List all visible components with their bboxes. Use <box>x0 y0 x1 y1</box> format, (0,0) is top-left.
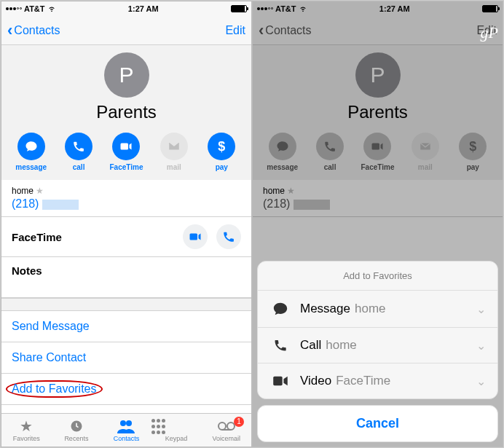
action-facetime-label: FaceTime <box>358 163 397 171</box>
action-pay-label: pay <box>202 163 241 171</box>
star-icon: ★ <box>36 186 44 196</box>
action-call[interactable]: call <box>59 133 98 171</box>
action-facetime: FaceTime <box>358 133 397 171</box>
svg-point-2 <box>126 420 132 426</box>
action-row: message call FaceTime mail $ pay <box>253 128 503 180</box>
signal-icon <box>257 7 273 10</box>
carrier-label: AT&T <box>24 4 45 13</box>
phone-icon <box>72 140 85 153</box>
tab-recents[interactable]: Recents <box>52 418 102 442</box>
action-call-label: call <box>310 163 350 171</box>
svg-point-1 <box>120 420 126 426</box>
back-label: Contacts <box>265 24 311 37</box>
avatar: P <box>104 52 149 98</box>
status-bar: AT&T 1:27 AM <box>253 1 503 16</box>
action-mail: mail <box>406 133 445 171</box>
svg-point-3 <box>218 423 226 430</box>
facetime-audio-button[interactable] <box>216 224 241 249</box>
action-call-label: call <box>59 163 98 171</box>
star-icon: ★ <box>287 186 295 196</box>
action-row: message call FaceTime mail $ pay <box>1 128 251 180</box>
message-icon <box>272 301 288 317</box>
sheet-row-message[interactable]: Message home ⌄ <box>258 291 497 328</box>
dollar-icon: $ <box>469 139 476 154</box>
clock-icon <box>69 419 84 433</box>
svg-point-4 <box>227 423 235 430</box>
carrier-label: AT&T <box>275 4 296 13</box>
dollar-icon: $ <box>218 139 225 154</box>
back-button: ‹ Contacts <box>259 23 311 39</box>
contact-name: Parents <box>253 102 503 122</box>
action-mail-label: mail <box>406 163 445 171</box>
sheet-row-call[interactable]: Call home ⌄ <box>258 328 497 363</box>
video-icon <box>272 375 288 387</box>
edit-button[interactable]: Edit <box>225 24 245 37</box>
message-icon <box>25 140 38 153</box>
action-pay-label: pay <box>453 163 492 171</box>
phone-cell[interactable]: home ★ (218) <box>1 180 251 217</box>
contact-header: P Parents <box>253 45 503 128</box>
sheet-row-name: Call <box>300 338 321 353</box>
back-button[interactable]: ‹ Contacts <box>7 23 60 39</box>
action-facetime[interactable]: FaceTime <box>106 133 146 171</box>
facetime-cell: FaceTime <box>1 217 251 257</box>
mail-icon <box>419 140 432 153</box>
action-pay: $ pay <box>453 133 492 171</box>
share-contact-link[interactable]: Share Contact <box>1 342 251 374</box>
voicemail-badge: 1 <box>234 417 244 427</box>
add-to-favorites-link[interactable]: Add to Favorites <box>1 374 251 405</box>
battery-icon <box>482 5 498 12</box>
notes-cell[interactable]: Notes <box>1 257 251 298</box>
phone-number: (218) <box>263 197 290 210</box>
action-message-label: message <box>263 163 302 171</box>
action-pay[interactable]: $ pay <box>202 133 241 171</box>
clock-label: 1:27 AM <box>379 4 410 13</box>
action-message: message <box>263 133 302 171</box>
contact-name: Parents <box>1 102 251 122</box>
sheet-row-detail: home <box>326 338 476 353</box>
section-gap <box>1 298 251 311</box>
action-mail-label: mail <box>154 163 194 171</box>
facetime-label: FaceTime <box>12 231 62 243</box>
signal-icon <box>6 7 22 10</box>
phone-number: (218) <box>12 197 39 210</box>
tab-voicemail[interactable]: Voicemail 1 <box>201 418 251 442</box>
tab-keypad[interactable]: Keypad <box>151 418 202 442</box>
chevron-down-icon: ⌄ <box>476 302 486 316</box>
facetime-video-button[interactable] <box>183 224 208 249</box>
video-icon <box>371 140 384 153</box>
tab-bar: ★ Favorites Recents Contacts Keypad Voic… <box>1 413 251 447</box>
action-message[interactable]: message <box>12 133 51 171</box>
chevron-left-icon: ‹ <box>259 23 264 39</box>
star-icon: ★ <box>1 418 52 434</box>
sheet-title: Add to Favorites <box>258 262 497 291</box>
action-message-label: message <box>12 163 51 171</box>
tab-recents-label: Recents <box>52 435 102 442</box>
sheet-row-detail: home <box>355 302 476 316</box>
tab-favorites-label: Favorites <box>1 435 52 442</box>
nav-bar: ‹ Contacts Edit <box>253 16 503 45</box>
phone-label: home <box>263 186 285 196</box>
message-icon <box>276 140 289 153</box>
action-sheet: Add to Favorites Message home ⌄ Call hom… <box>253 256 503 447</box>
phone-icon <box>222 230 235 243</box>
tab-contacts[interactable]: Contacts <box>101 418 151 442</box>
share-my-location-link[interactable]: Share My Location <box>1 405 251 413</box>
sheet-row-video[interactable]: Video FaceTime ⌄ <box>258 363 497 398</box>
cancel-button[interactable]: Cancel <box>257 405 498 442</box>
clock-label: 1:27 AM <box>128 4 159 13</box>
wifi-icon <box>299 5 307 12</box>
action-facetime-label: FaceTime <box>106 163 146 171</box>
action-call: call <box>310 133 350 171</box>
keypad-icon <box>151 418 166 434</box>
sheet-row-name: Message <box>300 302 350 316</box>
video-icon <box>189 230 202 243</box>
chevron-left-icon: ‹ <box>7 23 12 39</box>
tab-favorites[interactable]: ★ Favorites <box>1 418 52 442</box>
tab-voicemail-label: Voicemail <box>201 435 251 442</box>
battery-icon <box>231 5 247 12</box>
phone-cell: home ★ (218) <box>253 180 503 217</box>
watermark: gP <box>481 23 498 42</box>
contacts-icon <box>117 419 135 433</box>
send-message-link[interactable]: Send Message <box>1 311 251 342</box>
